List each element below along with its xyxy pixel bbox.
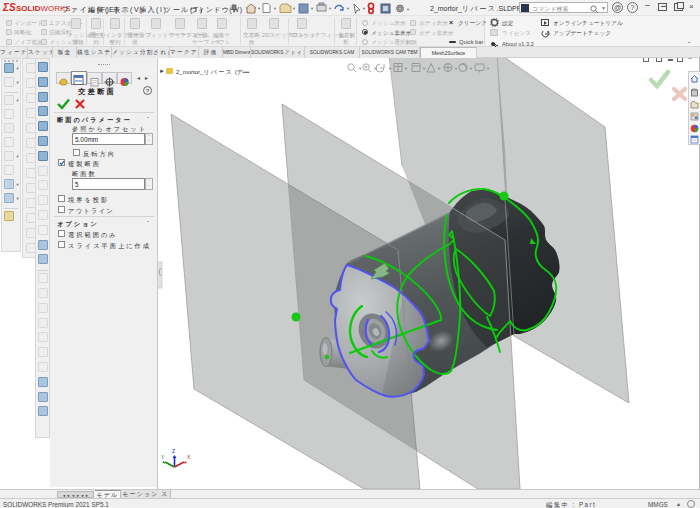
svg-text:▼: ▼ bbox=[486, 66, 490, 71]
svg-text:▼: ▼ bbox=[422, 66, 426, 71]
svg-text:▼: ▼ bbox=[406, 7, 410, 12]
svg-text:▼: ▼ bbox=[273, 6, 277, 11]
svg-text:▼: ▼ bbox=[437, 66, 441, 71]
svg-text:▼: ▼ bbox=[292, 6, 296, 11]
svg-text:▼: ▼ bbox=[257, 6, 261, 11]
svg-text:▼: ▼ bbox=[328, 6, 332, 11]
svg-text:▼: ▼ bbox=[358, 66, 362, 71]
svg-text:▼: ▼ bbox=[388, 66, 392, 71]
svg-text:▼: ▼ bbox=[310, 6, 314, 11]
svg-text:▼: ▼ bbox=[346, 6, 350, 11]
svg-text:▼: ▼ bbox=[404, 66, 408, 71]
svg-text:▼: ▼ bbox=[454, 66, 458, 71]
svg-text:Z: Z bbox=[172, 448, 175, 454]
svg-text:▼: ▼ bbox=[374, 66, 378, 71]
svg-text:▼: ▼ bbox=[362, 6, 366, 11]
svg-text:▼: ▼ bbox=[469, 66, 473, 71]
